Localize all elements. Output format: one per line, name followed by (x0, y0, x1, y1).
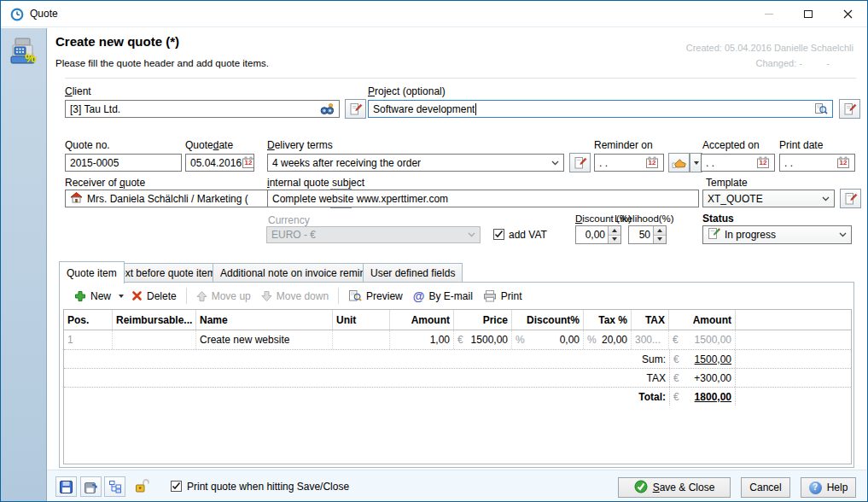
tab-additional-note[interactable]: Additional note on invoice reminder (213, 263, 387, 283)
client-field[interactable]: [3] Tau Ltd. (65, 100, 340, 118)
col-reimbursable[interactable]: Reimbursable... (113, 310, 196, 330)
table-row[interactable]: 1 Create new website 1,00 €1500,00 %0,00… (64, 330, 851, 349)
print-button[interactable]: Print (478, 287, 527, 305)
cell-amount[interactable]: 1,00 (390, 330, 454, 349)
chevron-down-icon[interactable] (836, 232, 847, 237)
cell-discount[interactable]: %0,00 (512, 330, 584, 349)
col-pos[interactable]: Pos. (64, 310, 113, 330)
reminder-action-button[interactable] (668, 153, 690, 172)
cell-amount2[interactable]: €1500,00 (669, 330, 736, 349)
print-on-save-checkbox[interactable] (171, 481, 182, 492)
cell-tax[interactable]: 300... (632, 330, 669, 349)
template-combo[interactable]: XT_QUOTE (702, 190, 835, 207)
col-amount2[interactable]: Amount (669, 310, 736, 330)
delivery-terms-combo[interactable]: 4 weeks after receiving the order (267, 154, 564, 172)
move-up-button[interactable]: Move up (191, 288, 256, 305)
quote-no-label: Quote no. (65, 139, 110, 151)
quote-date-label: Quotedate (185, 139, 233, 151)
template-edit-button[interactable] (840, 189, 861, 208)
col-tax[interactable]: TAX (632, 310, 669, 330)
calendar-icon[interactable]: 12 (645, 156, 659, 169)
delivery-terms-edit-button[interactable] (569, 153, 591, 172)
col-price[interactable]: Price (454, 310, 512, 330)
check-icon (172, 482, 181, 491)
spin-up-button[interactable] (654, 226, 666, 236)
maximize-button[interactable] (789, 1, 828, 26)
subject-field[interactable]: Complete website www.xperttimer.com (267, 190, 699, 207)
tax-label: TAX (64, 369, 669, 387)
col-tax-pct[interactable]: Tax % (584, 310, 632, 330)
chevron-down-icon[interactable] (818, 196, 830, 201)
close-button[interactable] (828, 1, 868, 26)
by-email-button[interactable]: @ By E-mail (408, 288, 478, 305)
tree-view-button[interactable] (104, 476, 125, 497)
add-vat-checkbox[interactable] (493, 229, 504, 240)
quote-date-field[interactable]: 05.04.2016 12 (185, 154, 254, 172)
total-label: Total: (64, 388, 669, 406)
new-dropdown-button[interactable] (116, 292, 126, 301)
add-vat-label[interactable]: add VAT (509, 229, 547, 241)
move-down-button[interactable]: Move down (256, 288, 334, 305)
col-name[interactable]: Name (196, 310, 333, 330)
save-and-close-button[interactable]: Save & Close (618, 477, 731, 498)
preview-icon (348, 289, 362, 302)
client-search-icon[interactable] (320, 102, 335, 115)
cell-tax-pct[interactable]: %20,00 (584, 330, 632, 349)
floppy-refresh-icon (84, 480, 98, 494)
minimize-icon (765, 14, 773, 15)
green-check-icon (634, 480, 648, 496)
client-edit-button[interactable] (345, 99, 366, 119)
spin-up-button[interactable] (609, 226, 620, 236)
project-field[interactable]: Software development (368, 100, 833, 118)
hand-pointer-icon (672, 156, 687, 169)
help-button[interactable]: ? Help (801, 477, 856, 498)
reminder-on-label: Reminder on (594, 139, 653, 151)
tab-quote-item[interactable]: Quote item (59, 261, 125, 283)
total-row: Total: €1800,00 (64, 387, 851, 406)
cancel-button[interactable]: Cancel (741, 477, 790, 498)
cell-price[interactable]: €1500,00 (454, 330, 512, 349)
project-label: Project (optional) (368, 85, 446, 97)
quote-no-field[interactable]: 2015-0005 (65, 154, 182, 172)
save-options-button[interactable] (80, 476, 102, 497)
tab-user-defined[interactable]: User defined fields (363, 263, 463, 283)
print-on-save-label[interactable]: Print quote when hitting Save/Close (187, 481, 349, 493)
discount-spinner[interactable]: 0,00 (575, 225, 621, 244)
calendar-icon[interactable]: 12 (242, 156, 254, 169)
calendar-icon[interactable]: 12 (756, 156, 770, 169)
project-edit-button[interactable] (839, 99, 860, 119)
triangle-up-icon (657, 229, 662, 232)
cell-reimbursable[interactable] (113, 330, 196, 349)
tab-text-before[interactable]: Text before quote items (107, 263, 229, 283)
new-button[interactable]: New (69, 288, 116, 305)
reminder-on-field[interactable]: . . 12 (594, 154, 664, 172)
meta-info: Created: 05.04.2016 Danielle Schaelchli … (686, 40, 853, 71)
sidebar: % (1, 28, 47, 501)
spin-down-button[interactable] (654, 236, 666, 244)
col-unit[interactable]: Unit (333, 310, 390, 330)
at-sign-icon: @ (413, 290, 425, 302)
print-date-field[interactable]: . . 12 (779, 154, 855, 172)
status-combo[interactable]: In progress (702, 225, 852, 244)
calendar-icon[interactable]: 12 (836, 156, 850, 169)
preview-button[interactable]: Preview (343, 287, 408, 305)
minimize-button[interactable] (749, 1, 789, 26)
col-discount[interactable]: Discount% (512, 310, 584, 330)
title-bar[interactable]: Quote (1, 1, 867, 27)
spin-down-button[interactable] (609, 236, 620, 244)
accepted-on-field[interactable]: . . 12 (701, 154, 775, 172)
printer-icon (483, 289, 497, 302)
col-amount[interactable]: Amount (390, 310, 454, 330)
delete-button[interactable]: Delete (126, 288, 182, 305)
likelihood-spinner[interactable]: 50 (628, 225, 667, 244)
table-header-row: Pos. Reimbursable... Name Unit Amount Pr… (64, 310, 851, 330)
chevron-down-icon[interactable] (548, 161, 559, 166)
cell-name[interactable]: Create new website (196, 330, 333, 349)
project-lookup-icon[interactable] (814, 102, 828, 115)
delete-x-icon (131, 290, 143, 301)
cell-unit[interactable] (333, 330, 390, 349)
template-label: Template (706, 177, 748, 189)
cell-pos[interactable]: 1 (64, 330, 113, 349)
unlock-button[interactable] (134, 478, 149, 496)
save-button[interactable] (55, 476, 77, 497)
